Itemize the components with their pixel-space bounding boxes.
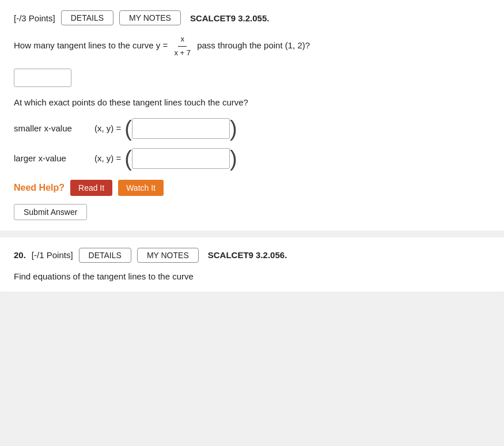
question-text-part1: How many tangent lines to the curve (14, 40, 154, 50)
left-paren-2: ( (124, 148, 132, 169)
mynotes-button-1[interactable]: MY NOTES (119, 10, 181, 25)
smaller-x-label: smaller x-value (14, 123, 94, 133)
submit-button[interactable]: Submit Answer (14, 204, 87, 220)
need-help-label: Need Help? (14, 183, 65, 193)
source-label-2: SCALCET9 3.2.056. (208, 250, 287, 260)
question-2-header: 20. [-/1 Points] DETAILS MY NOTES SCALCE… (14, 248, 490, 263)
mynotes-button-2[interactable]: MY NOTES (137, 248, 199, 263)
larger-x-label: larger x-value (14, 153, 94, 163)
subquestion-text: At which exact points do these tangent l… (14, 97, 490, 107)
fraction-numerator: x (178, 33, 187, 47)
left-paren-1: ( (124, 118, 132, 139)
need-help-row: Need Help? Read It Watch It (14, 180, 490, 196)
fraction: x x + 7 (172, 33, 193, 59)
smaller-x-row: smaller x-value (x, y) = ( ) (14, 118, 490, 139)
larger-x-eq: (x, y) = (94, 153, 121, 163)
question-text-1: How many tangent lines to the curve y = … (14, 33, 490, 59)
points-label-2: [-/1 Points] (32, 250, 73, 260)
question-2-block: 20. [-/1 Points] DETAILS MY NOTES SCALCE… (0, 237, 504, 292)
read-it-button[interactable]: Read It (70, 180, 112, 196)
question-1-header: [-/3 Points] DETAILS MY NOTES SCALCET9 3… (14, 10, 490, 25)
question-1-block: [-/3 Points] DETAILS MY NOTES SCALCET9 3… (0, 0, 504, 230)
answer-input-count[interactable] (14, 69, 71, 87)
first-answer-row (14, 69, 490, 87)
source-label-1: SCALCET9 3.2.055. (190, 13, 270, 23)
smaller-x-input[interactable] (132, 118, 230, 139)
details-button-2[interactable]: DETAILS (79, 248, 131, 263)
points-label-1: [-/3 Points] (14, 13, 55, 23)
equation-lhs: y = (156, 40, 168, 50)
larger-x-row: larger x-value (x, y) = ( ) (14, 148, 490, 169)
right-paren-2: ) (230, 148, 237, 169)
fraction-denominator: x + 7 (172, 47, 193, 59)
question-text-part2: pass through the point (1, 2)? (197, 40, 310, 50)
right-paren-1: ) (230, 118, 237, 139)
question-text-2: Find equations of the tangent lines to t… (14, 270, 490, 284)
watch-it-button[interactable]: Watch It (118, 180, 164, 196)
page: [-/3 Points] DETAILS MY NOTES SCALCET9 3… (0, 0, 504, 446)
larger-x-input[interactable] (132, 148, 230, 169)
submit-row: Submit Answer (14, 204, 490, 220)
question-2-number: 20. (14, 250, 26, 260)
smaller-x-eq: (x, y) = (94, 123, 121, 133)
details-button-1[interactable]: DETAILS (61, 10, 113, 25)
